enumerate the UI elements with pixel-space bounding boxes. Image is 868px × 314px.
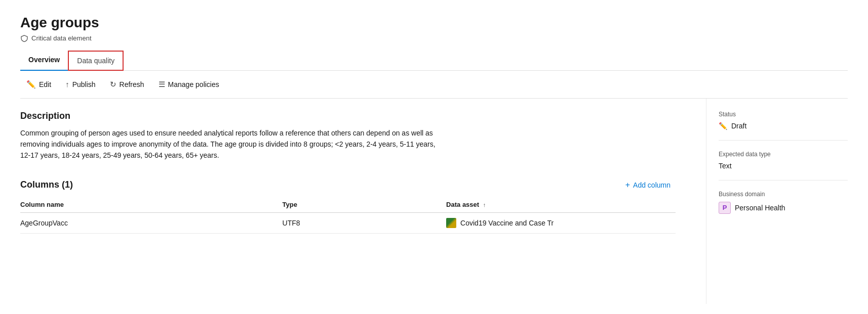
plus-icon: + bbox=[625, 181, 630, 190]
cell-col-name: AgeGroupVacc bbox=[20, 212, 283, 233]
header-section: Age groups Critical data element bbox=[20, 14, 848, 42]
refresh-button[interactable]: ↻ Refresh bbox=[104, 77, 150, 92]
page-title: Age groups bbox=[20, 14, 848, 31]
col-header-name: Column name bbox=[20, 197, 283, 213]
manage-policies-button[interactable]: ☰ Manage policies bbox=[152, 77, 225, 92]
expected-data-type-field: Expected data type Text bbox=[719, 151, 848, 181]
columns-table: Column name Type Data asset ↑ bbox=[20, 197, 676, 234]
business-domain-label: Business domain bbox=[719, 191, 848, 198]
description-section: Description Common grouping of person ag… bbox=[20, 111, 676, 161]
tab-overview[interactable]: Overview bbox=[20, 51, 68, 71]
main-content: Description Common grouping of person ag… bbox=[20, 99, 848, 304]
col-header-data-asset: Data asset ↑ bbox=[446, 197, 676, 213]
expected-data-type-value-row: Text bbox=[719, 162, 848, 170]
domain-badge: P bbox=[719, 202, 731, 214]
edit-button[interactable]: ✏️ Edit bbox=[20, 77, 57, 92]
manage-policies-icon: ☰ bbox=[159, 80, 165, 89]
data-asset-cell: Covid19 Vaccine and Case Tr bbox=[446, 218, 676, 228]
add-column-button[interactable]: + Add column bbox=[620, 177, 676, 193]
sort-asc-icon: ↑ bbox=[483, 202, 486, 208]
business-domain-value-row: P Personal Health bbox=[719, 202, 848, 214]
page-container: Age groups Critical data element Overvie… bbox=[0, 0, 868, 314]
cell-col-type: UTF8 bbox=[283, 212, 447, 233]
draft-icon: ✏️ bbox=[719, 122, 727, 130]
expected-data-type-value: Text bbox=[719, 162, 732, 170]
status-value: Draft bbox=[731, 122, 746, 130]
columns-title: Columns (1) bbox=[20, 180, 73, 190]
right-panel: Status ✏️ Draft Expected data type Text … bbox=[706, 99, 848, 304]
table-row: AgeGroupVacc UTF8 Covid19 Vaccine and Ca… bbox=[20, 212, 676, 233]
publish-icon: ↑ bbox=[65, 80, 69, 88]
col-header-type: Type bbox=[283, 197, 447, 213]
subtitle-row: Critical data element bbox=[20, 34, 848, 42]
description-text: Common grouping of person ages used to e… bbox=[20, 127, 436, 161]
cell-data-asset: Covid19 Vaccine and Case Tr bbox=[446, 212, 676, 233]
columns-section: Columns (1) + Add column Column name bbox=[20, 177, 676, 234]
toolbar-row: ✏️ Edit ↑ Publish ↻ Refresh ☰ Manage pol… bbox=[20, 71, 848, 99]
description-title: Description bbox=[20, 111, 676, 121]
columns-header: Columns (1) + Add column bbox=[20, 177, 676, 193]
shield-icon bbox=[20, 34, 28, 42]
tabs-row: Overview Data quality bbox=[20, 51, 848, 71]
left-panel: Description Common grouping of person ag… bbox=[20, 99, 706, 304]
refresh-icon: ↻ bbox=[110, 80, 116, 89]
tab-data-quality[interactable]: Data quality bbox=[68, 51, 124, 71]
business-domain-field: Business domain P Personal Health bbox=[719, 191, 848, 224]
status-label: Status bbox=[719, 111, 848, 118]
status-field: Status ✏️ Draft bbox=[719, 111, 848, 141]
publish-button[interactable]: ↑ Publish bbox=[59, 77, 101, 92]
edit-icon: ✏️ bbox=[26, 80, 36, 89]
covid-dataset-icon bbox=[446, 218, 456, 228]
expected-data-type-label: Expected data type bbox=[719, 151, 848, 158]
business-domain-value: Personal Health bbox=[735, 204, 785, 212]
subtitle-text: Critical data element bbox=[31, 34, 92, 42]
status-value-row: ✏️ Draft bbox=[719, 122, 848, 130]
